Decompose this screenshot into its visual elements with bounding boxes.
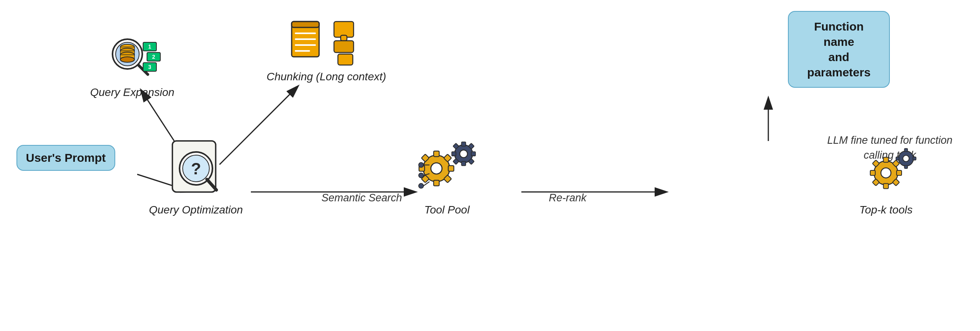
topk-tools-label: Top-k tools [859,204,913,216]
svg-rect-19 [292,22,319,27]
diagram: User's Prompt Function nameand parameter… [0,0,980,331]
svg-text:1: 1 [148,43,151,50]
chunking-doc-icon [290,20,325,67]
chunking-label: Chunking (Long context) [267,71,386,83]
function-name-box: Function nameand parameters [788,11,890,88]
svg-rect-48 [471,152,475,156]
topk-tools-node: Top-k tools [855,141,917,216]
users-prompt-box: User's Prompt [16,145,115,171]
svg-rect-36 [434,151,439,157]
chunking-node: Chunking (Long context) [267,20,386,83]
svg-rect-65 [870,170,875,175]
semantic-search-label: Semantic Search [321,192,402,204]
svg-point-61 [881,168,891,178]
svg-rect-47 [461,161,466,166]
rerank-label: Re-rank [549,192,586,204]
svg-point-56 [419,183,423,188]
svg-point-71 [903,156,909,162]
svg-rect-27 [338,54,353,65]
svg-point-54 [419,163,423,167]
function-name-text: Function nameand parameters [807,20,871,79]
svg-rect-74 [913,157,916,160]
tool-pool-icon [412,137,482,200]
svg-rect-46 [461,142,466,146]
svg-rect-73 [904,165,907,168]
tool-pool-node: Tool Pool [412,137,482,216]
svg-point-10 [120,57,134,62]
svg-rect-75 [896,157,899,160]
query-expansion-icon: 1 2 3 [101,24,163,82]
svg-rect-38 [448,166,454,171]
tool-pool-label: Tool Pool [424,204,470,216]
svg-point-35 [431,163,442,174]
svg-text:3: 3 [148,64,151,70]
chunking-puzzle-icon [332,20,363,67]
query-optimization-label: Query Optimization [149,204,243,216]
svg-rect-25 [341,35,347,41]
svg-rect-49 [452,152,456,156]
topk-icon [855,141,917,200]
users-prompt-text: User's Prompt [26,151,106,164]
svg-text:?: ? [191,159,201,178]
svg-rect-63 [884,184,889,189]
query-optimization-node: ? Query Optimization [149,133,243,216]
svg-rect-62 [884,157,889,162]
svg-rect-64 [897,170,902,175]
query-expansion-node: 1 2 3 Query Expansion [90,24,174,99]
svg-rect-37 [434,180,439,186]
svg-point-45 [460,150,468,158]
svg-point-55 [419,173,423,178]
query-expansion-label: Query Expansion [90,86,174,99]
svg-text:2: 2 [152,54,155,60]
svg-rect-72 [904,148,907,152]
query-optimization-icon: ? [165,133,227,200]
svg-rect-26 [334,41,354,52]
